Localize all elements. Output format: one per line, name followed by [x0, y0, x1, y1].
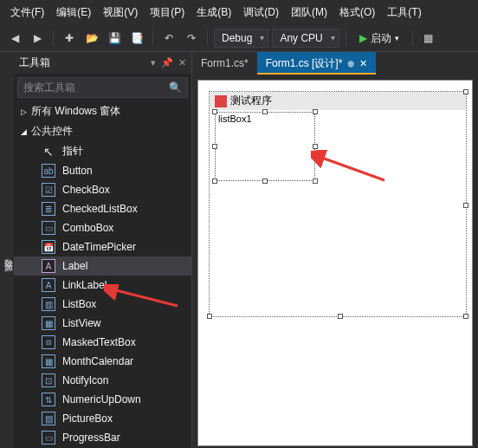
control-icon: ▦	[42, 316, 55, 330]
control-icon: ▦	[42, 354, 55, 368]
control-label: 指针	[62, 144, 83, 159]
config-dropdown[interactable]: Debug	[214, 29, 268, 48]
platform-dropdown[interactable]: Any CPU	[272, 29, 339, 48]
toolbox-item-指针[interactable]: ↖指针	[14, 141, 191, 161]
search-icon[interactable]: 🔍	[164, 81, 187, 94]
more-icon[interactable]: ▦	[419, 29, 438, 48]
category-windows-forms[interactable]: ▷ 所有 Windows 窗体	[14, 101, 191, 121]
toolbox-item-monthcalendar[interactable]: ▦MonthCalendar	[14, 352, 191, 371]
control-label: DateTimePicker	[62, 241, 136, 253]
play-icon: ▶	[359, 32, 367, 44]
open-file-icon[interactable]: 📂	[82, 29, 101, 48]
toolbox-item-combobox[interactable]: ▭ComboBox	[14, 218, 191, 237]
toolbox-item-linklabel[interactable]: ALinkLabel	[14, 276, 191, 295]
control-label: NotifyIcon	[62, 374, 108, 386]
control-label: ComboBox	[62, 222, 113, 234]
control-label: NumericUpDown	[62, 393, 141, 406]
category-common-controls[interactable]: ◢ 公共控件	[14, 121, 191, 141]
nav-back-icon[interactable]: ◀	[5, 29, 24, 48]
start-button[interactable]: ▶ 启动 ▾	[352, 29, 406, 48]
category-label: 所有 Windows 窗体	[31, 104, 120, 119]
toolbox-item-checkbox[interactable]: ☑CheckBox	[14, 180, 191, 199]
tab-label: Form1.cs [设计]*	[266, 56, 343, 71]
toolbox-item-notifyicon[interactable]: ⊡NotifyIcon	[14, 371, 191, 390]
start-label: 启动	[371, 31, 391, 46]
control-icon: ≣	[42, 202, 55, 216]
control-icon: ⇅	[42, 393, 55, 406]
nav-fwd-icon[interactable]: ▶	[28, 29, 47, 48]
tab-form-cs[interactable]: Form1.cs*	[192, 52, 257, 75]
toolbox-tree: ▷ 所有 Windows 窗体 ◢ 公共控件 ↖指针abButton☑Check…	[14, 101, 191, 448]
save-icon[interactable]: 💾	[105, 29, 124, 48]
tab-label: Form1.cs*	[201, 57, 249, 69]
menu-file[interactable]: 文件(F)	[5, 3, 49, 23]
menu-edit[interactable]: 编辑(E)	[51, 3, 96, 23]
control-label: CheckedListBox	[62, 203, 138, 215]
control-icon: ab	[42, 164, 55, 178]
undo-icon[interactable]: ↶	[159, 29, 178, 48]
dropdown-icon[interactable]: ▾	[151, 57, 156, 68]
form-title-text: 测试程序	[230, 94, 272, 108]
control-label: Button	[62, 165, 93, 177]
toolbox-item-listview[interactable]: ▦ListView	[14, 314, 191, 333]
form-icon	[215, 95, 227, 107]
control-label: LinkLabel	[62, 279, 107, 291]
control-label: CheckBox	[62, 184, 110, 196]
toolbox-search: 🔍	[17, 77, 188, 98]
control-icon: ⧈	[42, 335, 55, 349]
form-titlebar: 测试程序	[210, 92, 466, 110]
form-client-area[interactable]: listBox1	[210, 110, 466, 316]
control-icon: ↖	[42, 145, 55, 159]
control-label: ProgressBar	[62, 432, 120, 444]
control-label: Label	[62, 260, 87, 272]
control-label: PictureBox	[62, 412, 113, 425]
menu-team[interactable]: 团队(M)	[286, 3, 333, 23]
menu-format[interactable]: 格式(O)	[334, 3, 380, 23]
close-icon[interactable]: ✕	[359, 58, 367, 69]
control-icon: ▭	[42, 221, 55, 235]
control-icon: ☑	[42, 183, 55, 197]
toolbox-header: 工具箱 ▾ 📌 ✕	[14, 52, 191, 74]
control-icon: ▭	[42, 431, 55, 445]
menu-bar: 文件(F) 编辑(E) 视图(V) 项目(P) 生成(B) 调试(D) 团队(M…	[0, 0, 478, 25]
toolbox-item-picturebox[interactable]: ▧PictureBox	[14, 409, 191, 428]
control-icon: ▥	[42, 297, 55, 311]
pin-icon[interactable]: ⊕	[347, 59, 354, 68]
category-label: 公共控件	[31, 124, 73, 139]
toolbox-item-button[interactable]: abButton	[14, 161, 191, 180]
tab-form-design[interactable]: Form1.cs [设计]* ⊕ ✕	[257, 52, 377, 75]
menu-debug[interactable]: 调试(D)	[238, 3, 284, 23]
form-designer[interactable]: 测试程序 listBox1	[197, 80, 473, 446]
side-tab-datasource[interactable]: 数据源	[0, 52, 14, 448]
toolbox-item-listbox[interactable]: ▥ListBox	[14, 295, 191, 314]
toolbox-item-datetimepicker[interactable]: 📅DateTimePicker	[14, 237, 191, 256]
close-icon[interactable]: ✕	[178, 57, 186, 68]
toolbox-item-label[interactable]: ALabel	[14, 256, 191, 276]
new-file-icon[interactable]: ✚	[60, 29, 79, 48]
collapse-icon: ◢	[19, 127, 28, 136]
control-label: MonthCalendar	[62, 355, 133, 367]
pin-icon[interactable]: 📌	[161, 57, 173, 68]
control-label: MaskedTextBox	[62, 336, 136, 348]
tab-bar: Form1.cs* Form1.cs [设计]* ⊕ ✕	[192, 52, 478, 75]
control-icon: A	[42, 278, 55, 292]
toolbox-panel: 工具箱 ▾ 📌 ✕ 🔍 ▷ 所有 Windows 窗体 ◢ 公共控件 ↖指针ab…	[14, 52, 192, 448]
menu-tools[interactable]: 工具(T)	[382, 3, 426, 23]
chevron-down-icon: ▾	[395, 34, 399, 42]
menu-build[interactable]: 生成(B)	[191, 3, 236, 23]
menu-project[interactable]: 项目(P)	[145, 3, 190, 23]
control-icon: ⊡	[42, 373, 55, 387]
toolbox-item-checkedlistbox[interactable]: ≣CheckedListBox	[14, 199, 191, 218]
toolbar: ◀ ▶ ✚ 📂 💾 📑 ↶ ↷ Debug Any CPU ▶ 启动 ▾ ▦	[0, 25, 478, 52]
toolbox-item-numericupdown[interactable]: ⇅NumericUpDown	[14, 390, 191, 409]
design-form-window[interactable]: 测试程序 listBox1	[209, 91, 467, 317]
toolbox-item-progressbar[interactable]: ▭ProgressBar	[14, 428, 191, 447]
control-label: ListView	[62, 317, 100, 329]
save-all-icon[interactable]: 📑	[127, 29, 146, 48]
menu-view[interactable]: 视图(V)	[98, 3, 143, 23]
search-input[interactable]	[18, 78, 164, 97]
listbox-control[interactable]: listBox1	[215, 112, 315, 181]
redo-icon[interactable]: ↷	[182, 29, 201, 48]
content-area: Form1.cs* Form1.cs [设计]* ⊕ ✕ 测试程序 listBo…	[192, 52, 478, 448]
toolbox-item-maskedtextbox[interactable]: ⧈MaskedTextBox	[14, 333, 191, 352]
